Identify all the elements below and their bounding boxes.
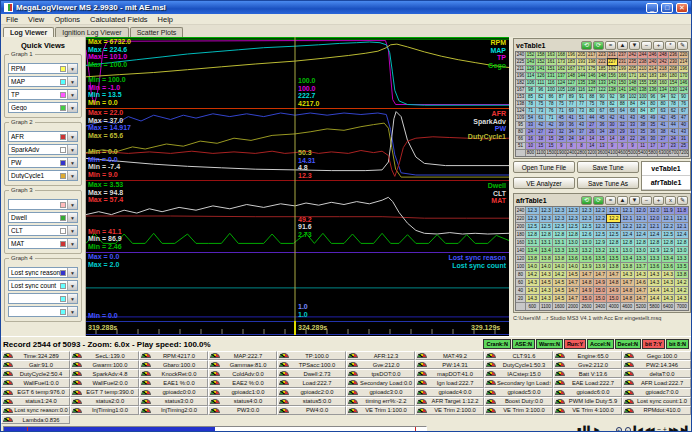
ve-cell[interactable]: 141 — [618, 87, 627, 93]
ve-cell[interactable]: 235 — [628, 59, 637, 65]
afr-cell[interactable]: 12.5 — [553, 223, 566, 230]
afr-cell[interactable]: 13.8 — [621, 263, 634, 270]
ve-cell[interactable]: 43 — [679, 129, 688, 135]
ve-cell[interactable]: 82 — [608, 101, 617, 107]
ve-cell[interactable]: 77 — [577, 101, 586, 107]
afr-cell[interactable]: 12.8 — [540, 231, 553, 238]
afr-cell[interactable]: 12.1 — [675, 223, 688, 230]
ve-cell[interactable]: 39 — [557, 122, 566, 128]
ve-cell[interactable]: 86 — [546, 94, 555, 100]
afr-cell[interactable]: 12.6 — [580, 231, 593, 238]
afr-cell[interactable]: 13.4 — [526, 247, 539, 254]
ve-cell[interactable]: 36 — [648, 129, 657, 135]
afr-cell[interactable]: 13.0 — [675, 247, 688, 254]
afr-cell[interactable]: 14.8 — [580, 279, 593, 286]
ve-cell[interactable]: 15 — [546, 143, 555, 149]
afr-cell[interactable]: 12.3 — [540, 215, 553, 222]
afr-cell[interactable]: 12.9 — [662, 247, 675, 254]
ve-cell[interactable]: 38 — [658, 129, 667, 135]
afr-cell[interactable]: 14.3 — [540, 271, 553, 278]
afr-cell[interactable]: 13.0 — [635, 247, 648, 254]
afr-cell[interactable]: 14.3 — [648, 279, 661, 286]
ve-cell[interactable]: 185 — [597, 66, 606, 72]
ve-cell[interactable]: 73 — [577, 108, 586, 114]
ve-cell[interactable]: 71 — [526, 108, 535, 114]
ve-cell[interactable]: 237 — [618, 52, 627, 58]
afr-cell[interactable]: 13.4 — [662, 255, 675, 262]
ve-cell[interactable]: 217 — [587, 52, 596, 58]
ve-cell[interactable]: 136 — [648, 87, 657, 93]
chevron-down-icon[interactable]: ▼ — [67, 171, 77, 180]
scale-button[interactable]: * — [665, 41, 676, 50]
afr-cell[interactable]: 13.1 — [540, 239, 553, 246]
ve-cell[interactable]: 193 — [577, 59, 586, 65]
afr-cell[interactable]: 14.2 — [553, 271, 566, 278]
ve-cell[interactable]: 18 — [536, 136, 545, 142]
afr-cell[interactable]: 14.4 — [648, 287, 661, 294]
ve-cell[interactable]: 186 — [658, 73, 667, 79]
menu-item-calculated-fields[interactable]: Calculated Fields — [85, 15, 153, 24]
ve-cell[interactable]: 124 — [557, 80, 566, 86]
afr-cell[interactable]: 14.0 — [553, 263, 566, 270]
ve-cell[interactable]: 34 — [597, 129, 606, 135]
ve-cell[interactable]: 17 — [648, 143, 657, 149]
afr-cell[interactable]: 12.8 — [607, 239, 620, 246]
ve-cell[interactable]: 30 — [608, 122, 617, 128]
afr-cell[interactable]: 14.6 — [635, 279, 648, 286]
ve-cell[interactable]: 152 — [536, 59, 545, 65]
ve-cell[interactable]: 80 — [587, 108, 596, 114]
afr-cell[interactable]: 12.2 — [594, 215, 607, 222]
ve-cell[interactable]: 82 — [536, 94, 545, 100]
ve-cell[interactable]: 196 — [679, 66, 688, 72]
ve-cell[interactable]: 64 — [618, 108, 627, 114]
ve-cell[interactable]: 162 — [557, 66, 566, 72]
ve-cell[interactable]: 135 — [577, 80, 586, 86]
afr-cell[interactable]: 14.5 — [553, 279, 566, 286]
quickview-select[interactable]: MAP▼ — [8, 76, 78, 87]
afr-cell[interactable]: 14.3 — [526, 287, 539, 294]
afr-cell[interactable]: 12.8 — [567, 231, 580, 238]
skip-start-button[interactable]: ▌◀ — [634, 425, 642, 432]
ve-cell[interactable]: 41 — [669, 129, 678, 135]
ve-cell[interactable]: 23 — [669, 143, 678, 149]
afr-cell[interactable]: 12.2 — [621, 223, 634, 230]
ve-cell[interactable]: 42 — [546, 122, 555, 128]
ve-cell[interactable]: 22 — [546, 129, 555, 135]
afr-cell[interactable]: 13.5 — [675, 263, 688, 270]
ve-cell[interactable]: 122 — [597, 87, 606, 93]
ve-cell[interactable]: 105 — [557, 87, 566, 93]
ve-cell[interactable]: 85 — [526, 94, 535, 100]
afr-cell[interactable]: 13.0 — [580, 239, 593, 246]
ve-cell[interactable]: 111 — [536, 80, 545, 86]
afr-cell[interactable]: 13.1 — [607, 247, 620, 254]
increase-button[interactable]: ▲ — [617, 196, 628, 205]
afr-cell[interactable]: 14.0 — [567, 263, 580, 270]
afr-cell[interactable]: 14.3 — [635, 271, 648, 278]
afr-cell[interactable]: 14.8 — [607, 279, 620, 286]
ve-cell[interactable]: 131 — [546, 73, 555, 79]
ve-cell[interactable]: 146 — [587, 73, 596, 79]
ve-cell[interactable]: 90 — [679, 94, 688, 100]
quickview-select[interactable]: ▼ — [8, 306, 78, 317]
afr-cell[interactable]: 12.3 — [580, 207, 593, 214]
ve-cell[interactable]: 116 — [577, 87, 586, 93]
play-button[interactable]: ▶ — [594, 425, 598, 432]
chevron-down-icon[interactable]: ▼ — [67, 294, 77, 303]
ve-cell[interactable]: 175 — [587, 66, 596, 72]
quickview-select[interactable]: SparkAdv▼ — [8, 144, 78, 155]
afr-cell[interactable]: 13.8 — [553, 255, 566, 262]
edit-button[interactable]: ✎ — [677, 41, 688, 50]
afr-cell[interactable]: 12.4 — [648, 231, 661, 238]
afr-cell[interactable]: 14.3 — [648, 271, 661, 278]
afr-cell[interactable]: 12.2 — [635, 223, 648, 230]
afr-cell[interactable]: 12.8 — [621, 239, 634, 246]
afr-cell[interactable]: 11.8 — [675, 207, 688, 214]
afr-cell[interactable]: 12.1 — [621, 215, 634, 222]
afr-cell[interactable]: 13.6 — [648, 263, 661, 270]
ve-cell[interactable]: 98 — [526, 87, 535, 93]
ve-cell[interactable]: 80 — [648, 101, 657, 107]
afr-cell[interactable]: 12.3 — [567, 207, 580, 214]
ve-cell[interactable]: 166 — [618, 73, 627, 79]
afr-cell[interactable]: 13.4 — [540, 247, 553, 254]
afr-cell[interactable]: 13.3 — [553, 247, 566, 254]
